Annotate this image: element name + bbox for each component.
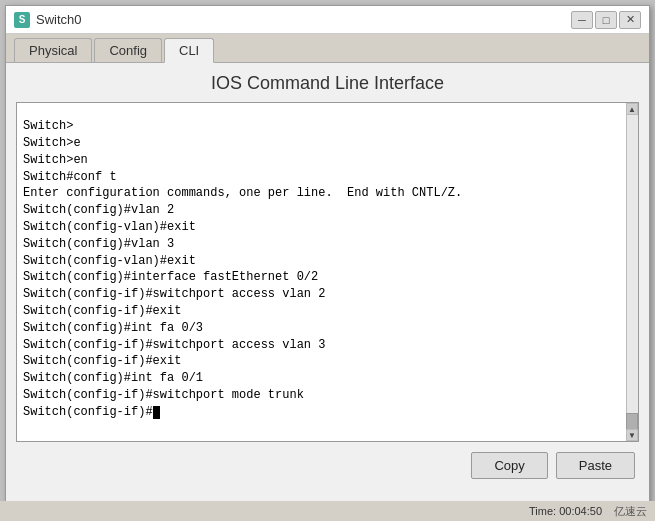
scrollbar-down-arrow[interactable]: ▼ [626,429,638,441]
window-title: Switch0 [36,12,82,27]
paste-button[interactable]: Paste [556,452,635,479]
title-controls: ─ □ ✕ [571,11,641,29]
cli-cursor [153,406,160,419]
tab-config[interactable]: Config [94,38,162,62]
window-icon-label: S [19,14,26,25]
maximize-button[interactable]: □ [595,11,617,29]
cli-text: o up %LINK-5-CHANGED: Interface FastEthe… [23,103,599,419]
cli-output[interactable]: o up %LINK-5-CHANGED: Interface FastEthe… [17,103,626,441]
status-time: Time: 00:04:50 [529,505,602,517]
close-button[interactable]: ✕ [619,11,641,29]
cli-container[interactable]: o up %LINK-5-CHANGED: Interface FastEthe… [16,102,639,442]
scrollbar-up-arrow[interactable]: ▲ [626,103,638,115]
status-brand: 亿速云 [614,504,647,519]
bottom-bar: Copy Paste [6,442,649,489]
window-icon: S [14,12,30,28]
status-bar: Time: 00:04:50 亿速云 [0,501,655,521]
copy-button[interactable]: Copy [471,452,547,479]
title-bar: S Switch0 ─ □ ✕ [6,6,649,34]
scrollbar-track: ▲ ▼ [626,103,638,441]
minimize-button[interactable]: ─ [571,11,593,29]
title-bar-left: S Switch0 [14,12,82,28]
tab-cli[interactable]: CLI [164,38,214,63]
tab-bar: Physical Config CLI [6,34,649,63]
main-window: S Switch0 ─ □ ✕ Physical Config CLI IOS … [5,5,650,510]
tab-physical[interactable]: Physical [14,38,92,62]
page-title: IOS Command Line Interface [6,63,649,102]
